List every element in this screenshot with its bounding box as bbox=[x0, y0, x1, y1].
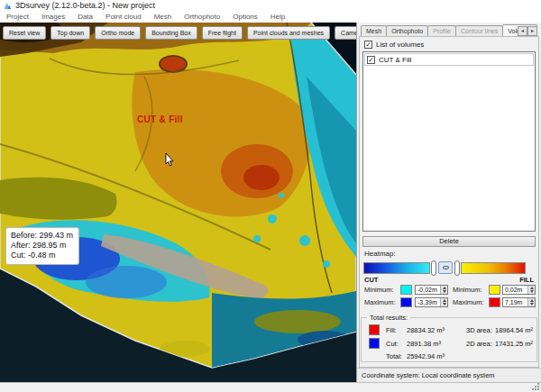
fill-gradient-bar bbox=[461, 262, 526, 274]
fill-maximum-input[interactable]: 7,19m bbox=[502, 297, 536, 307]
volume-item-label: CUT & Fill bbox=[379, 56, 411, 64]
menu-item-project[interactable]: Project bbox=[0, 13, 35, 21]
cut-minimum-spinner[interactable] bbox=[440, 286, 447, 294]
area-2d-label: 2D area: bbox=[466, 340, 492, 348]
cut-maximum-label: Maximum: bbox=[364, 298, 396, 306]
bounding-box-button[interactable]: Bounding Box bbox=[145, 26, 197, 40]
volume-map-label: CUT & Fill bbox=[137, 114, 183, 124]
fill-minimum-value: 0,02m bbox=[503, 286, 527, 294]
volume-list-item[interactable]: ✓ CUT & Fill bbox=[364, 53, 534, 66]
area-2d-value: 17431.25 m² bbox=[495, 340, 533, 348]
resize-grip[interactable] bbox=[532, 383, 539, 390]
menu-item-images[interactable]: Images bbox=[35, 13, 71, 21]
list-of-volumes-row: ✓ List of volumes bbox=[364, 41, 424, 49]
fill-minimum-color-swatch[interactable] bbox=[489, 285, 500, 295]
fill-maximum-spinner[interactable] bbox=[527, 298, 535, 306]
list-of-volumes-checkbox[interactable]: ✓ bbox=[364, 41, 372, 49]
mouse-cursor-icon bbox=[165, 153, 175, 168]
cut-gradient-bar bbox=[363, 262, 430, 274]
heatmap-label: Heatmap: bbox=[364, 250, 396, 258]
heatmap-link-button[interactable] bbox=[438, 261, 453, 274]
cut-minimum-input[interactable]: -0,02m bbox=[415, 285, 448, 295]
fill-legend-swatch bbox=[369, 324, 380, 335]
tab-scroll-right-icon[interactable]: ▸ bbox=[527, 26, 537, 36]
app-icon bbox=[4, 2, 12, 10]
menu-item-data[interactable]: Data bbox=[71, 13, 99, 21]
total-results-title: Total results: bbox=[367, 314, 410, 322]
menu-item-options[interactable]: Options bbox=[226, 13, 264, 21]
menu-item-point-cloud[interactable]: Point cloud bbox=[99, 13, 148, 21]
area-3d-label: 3D area: bbox=[466, 326, 492, 334]
cut-maximum-input[interactable]: -3,39m bbox=[415, 297, 448, 307]
fill-section-label: FILL bbox=[519, 276, 534, 284]
tab-scroll-left-icon[interactable]: ◂ bbox=[518, 26, 527, 36]
cut-section-label: CUT bbox=[364, 276, 378, 284]
cut-maximum-value: -3,39m bbox=[416, 298, 440, 306]
fill-minimum-spinner[interactable] bbox=[527, 286, 535, 294]
menu-item-mesh[interactable]: Mesh bbox=[148, 13, 179, 21]
menu-item-orthophoto[interactable]: Orthophoto bbox=[178, 13, 226, 21]
cameras-button[interactable]: Cameras bbox=[335, 26, 356, 40]
top-down-button[interactable]: Top down bbox=[50, 26, 90, 40]
panel-tabs: Mesh Orthophoto Profile Contour lines Vo… bbox=[361, 24, 537, 37]
menu-bar: Project Images Data Point cloud Mesh Ort… bbox=[0, 11, 541, 23]
map-viewport[interactable]: Reset view Top down Ortho mode Bounding … bbox=[0, 23, 356, 383]
total-fill-value: 28834.32 m³ bbox=[407, 326, 445, 334]
tooltip-cut: Cut: -0.48 m bbox=[11, 251, 73, 260]
ortho-mode-button[interactable]: Ortho mode bbox=[95, 26, 141, 40]
total-cut-label: Cut: bbox=[386, 340, 399, 348]
tooltip-before: Before: 299.43 m bbox=[11, 231, 73, 241]
delete-button[interactable]: Delete bbox=[362, 236, 536, 247]
total-results-group: Total results: Fill: 28834.32 m³ 3D area… bbox=[361, 317, 537, 362]
total-value: 25942.94 m³ bbox=[407, 352, 445, 360]
terrain-heatmap bbox=[0, 23, 356, 383]
point-clouds-and-meshes-button[interactable]: Point clouds and meshes bbox=[247, 26, 330, 40]
measurement-tooltip: Before: 299.43 m After: 298.95 m Cut: -0… bbox=[5, 227, 79, 265]
link-icon bbox=[443, 266, 449, 269]
fill-maximum-label: Maximum: bbox=[453, 298, 484, 306]
viewport-toolbar: Reset view Top down Ortho mode Bounding … bbox=[3, 26, 356, 40]
fill-maximum-value: 7,19m bbox=[503, 298, 527, 306]
cut-legend-swatch bbox=[369, 338, 380, 349]
fill-maximum-color-swatch[interactable] bbox=[489, 297, 500, 307]
heatmap-gradient-row bbox=[363, 260, 535, 276]
app-window: 3Dsurvey (2.12.0-beta.2) - New project P… bbox=[0, 0, 541, 392]
coordinate-status-bar: Coordinate system: Local coordinate syst… bbox=[357, 368, 541, 382]
window-status-strip bbox=[0, 382, 541, 392]
volumes-panel: Mesh Orthophoto Profile Contour lines Vo… bbox=[356, 23, 541, 382]
reset-view-button[interactable]: Reset view bbox=[3, 26, 46, 40]
total-label: Total: bbox=[386, 352, 402, 360]
area-3d-value: 18964.54 m² bbox=[495, 326, 533, 334]
list-of-volumes-label: List of volumes bbox=[376, 41, 424, 49]
free-flight-button[interactable]: Free flight bbox=[202, 26, 243, 40]
window-title: 3Dsurvey (2.12.0-beta.2) - New project bbox=[15, 1, 155, 10]
total-cut-value: 2891.38 m³ bbox=[407, 340, 441, 348]
menu-item-help[interactable]: Help bbox=[264, 13, 291, 21]
cut-minimum-label: Minimum: bbox=[364, 286, 394, 294]
fill-minimum-input[interactable]: 0,02m bbox=[502, 285, 536, 295]
total-fill-label: Fill: bbox=[386, 326, 397, 334]
fill-minimum-label: Minimum: bbox=[453, 286, 482, 294]
cut-maximum-color-swatch[interactable] bbox=[400, 297, 412, 307]
fill-gradient-handle[interactable] bbox=[454, 260, 460, 276]
cut-minimum-color-swatch[interactable] bbox=[400, 285, 412, 295]
cut-maximum-spinner[interactable] bbox=[440, 298, 447, 306]
title-bar: 3Dsurvey (2.12.0-beta.2) - New project bbox=[0, 0, 541, 11]
volume-item-checkbox[interactable]: ✓ bbox=[367, 56, 375, 64]
volume-list[interactable]: ✓ CUT & Fill bbox=[362, 51, 536, 232]
cut-minimum-value: -0,02m bbox=[416, 286, 440, 294]
cut-gradient-handle[interactable] bbox=[431, 260, 436, 276]
tab-scroll-buttons: ◂ ▸ bbox=[518, 26, 537, 36]
tooltip-after: After: 298.95 m bbox=[11, 241, 73, 251]
